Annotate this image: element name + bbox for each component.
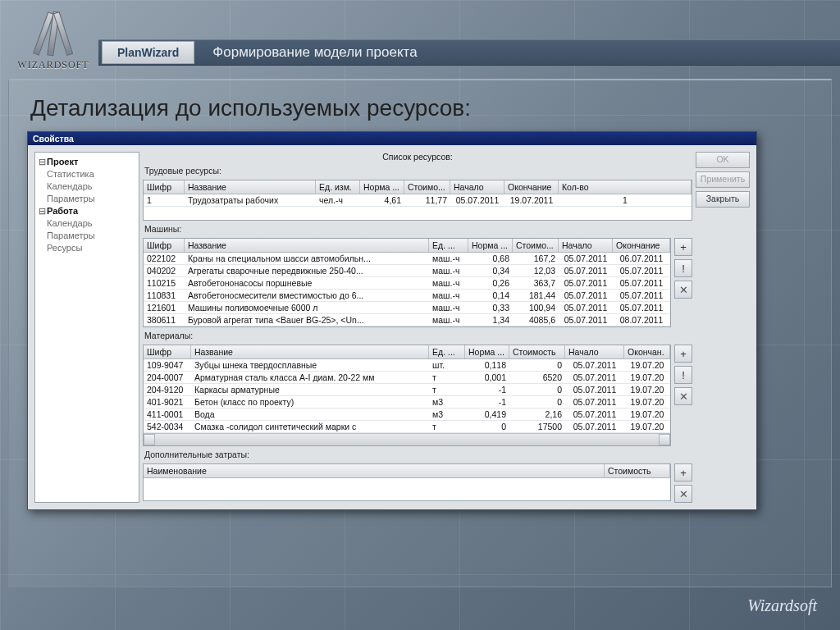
- table-cell: 17500: [509, 421, 565, 432]
- table-cell: маш.-ч: [429, 277, 468, 289]
- tree-item-work[interactable]: ⊟Работа Календарь Параметры Ресурсы: [39, 205, 137, 254]
- table-row[interactable]: 411-0001Водам30,4192,1605.07.201119.07.2…: [144, 409, 670, 421]
- column-header[interactable]: Окончание: [613, 239, 670, 252]
- machines-label: Машины:: [143, 224, 692, 235]
- tree-item-w-resources[interactable]: Ресурсы: [47, 242, 137, 254]
- table-cell: маш.-ч: [429, 314, 468, 326]
- column-header[interactable]: Начало: [565, 345, 624, 358]
- column-header[interactable]: Название: [185, 180, 316, 194]
- table-cell: 204-9120: [144, 384, 191, 395]
- table-cell: маш.-ч: [429, 253, 468, 264]
- table-row[interactable]: 204-9120Каркасы арматурныет-1005.07.2011…: [144, 384, 670, 396]
- column-header[interactable]: Название: [191, 345, 429, 358]
- table-row[interactable]: 022102Краны на специальном шасси автомоб…: [144, 253, 670, 265]
- column-header[interactable]: Начало: [450, 180, 504, 194]
- tree-item-w-calendar[interactable]: Календарь: [47, 217, 137, 230]
- column-header[interactable]: Шифр: [144, 345, 191, 358]
- table-cell: 19.07.20: [624, 359, 670, 371]
- table-cell: 05.07.2011: [565, 372, 624, 383]
- table-cell: 05.07.2011: [450, 194, 504, 206]
- table-cell: 0,14: [468, 290, 513, 301]
- table-cell: м3: [429, 409, 465, 420]
- column-header[interactable]: Стоимость: [509, 345, 565, 358]
- additional-grid[interactable]: НаименованиеСтоимость: [143, 463, 671, 501]
- column-header[interactable]: Наименование: [144, 464, 605, 477]
- table-row[interactable]: 542-0034Смазка -солидол синтетический ма…: [144, 421, 670, 433]
- table-cell: чел.-ч: [316, 194, 360, 206]
- column-header[interactable]: Ед. ...: [429, 239, 468, 252]
- table-cell: 05.07.2011: [565, 396, 624, 408]
- table-row[interactable]: 121601Машины поливомоечные 6000 лмаш.-ч0…: [144, 302, 670, 314]
- table-cell: 0,26: [468, 277, 513, 289]
- materials-delete-button[interactable]: ✕: [674, 387, 692, 405]
- machines-add-button[interactable]: +: [674, 238, 692, 256]
- apply-button[interactable]: Применить: [696, 171, 750, 188]
- table-cell: Краны на специальном шасси автомобильн..…: [185, 253, 429, 264]
- column-header[interactable]: Стоимо...: [404, 180, 450, 194]
- nav-tree[interactable]: ⊟Проект Статистика Календарь Параметры ⊟…: [34, 152, 139, 503]
- table-cell: 0,001: [465, 372, 509, 383]
- column-header[interactable]: Кол-во: [559, 180, 692, 194]
- table-row[interactable]: 109-9047Зубцы шнека твердосплавныешт.0,1…: [144, 359, 670, 372]
- column-header[interactable]: Ед. ...: [429, 345, 465, 358]
- materials-scrollbar[interactable]: [144, 433, 670, 445]
- table-cell: Смазка -солидол синтетический марки с: [191, 421, 429, 432]
- tree-item-project[interactable]: ⊟Проект Статистика Календарь Параметры: [39, 156, 137, 205]
- dialog-buttons: OK Применить Закрыть: [696, 152, 750, 503]
- table-cell: 1,34: [468, 314, 513, 326]
- additional-label: Дополнительные затраты:: [143, 450, 692, 460]
- column-header[interactable]: Окончание: [504, 180, 559, 194]
- additional-delete-button[interactable]: ✕: [674, 485, 692, 503]
- table-cell: 11,77: [404, 194, 450, 206]
- additional-add-button[interactable]: +: [674, 463, 692, 482]
- column-header[interactable]: Шифр: [144, 180, 185, 194]
- materials-add-button[interactable]: +: [674, 345, 692, 363]
- table-cell: маш.-ч: [429, 290, 468, 301]
- materials-grid[interactable]: ШифрНазваниеЕд. ...Норма ...СтоимостьНач…: [143, 345, 671, 446]
- table-cell: 0: [509, 359, 565, 371]
- column-header[interactable]: Шифр: [144, 239, 185, 252]
- column-header[interactable]: Стоимость: [605, 464, 670, 477]
- machines-info-button[interactable]: !: [674, 259, 692, 277]
- tree-item-calendar[interactable]: Календарь: [47, 180, 137, 193]
- table-cell: 08.07.2011: [613, 314, 670, 326]
- table-cell: 19.07.20: [624, 396, 670, 408]
- table-cell: 6520: [509, 372, 565, 383]
- column-header[interactable]: Окончан.: [624, 345, 670, 358]
- app-name-badge: PlanWizard: [102, 41, 194, 64]
- table-cell: 0,33: [468, 302, 513, 313]
- tree-item-stat[interactable]: Статистика: [47, 168, 137, 180]
- labor-grid[interactable]: ШифрНазваниеЕд. изм.Норма ...Стоимо...На…: [143, 180, 692, 221]
- table-cell: 19.07.20: [624, 372, 670, 383]
- tree-item-params[interactable]: Параметры: [47, 193, 137, 205]
- table-cell: 05.07.2011: [559, 314, 613, 326]
- table-cell: 05.07.2011: [565, 384, 624, 395]
- column-header[interactable]: Норма ...: [360, 180, 404, 194]
- table-cell: Бетон (класс по проекту): [191, 396, 429, 408]
- table-cell: 1: [559, 194, 692, 206]
- machines-grid[interactable]: ШифрНазваниеЕд. ...Норма ...Стоимо...Нач…: [143, 238, 671, 327]
- column-header[interactable]: Ед. изм.: [316, 180, 360, 194]
- table-row[interactable]: 204-0007Арматурная сталь класса A-I диам…: [144, 372, 670, 384]
- main-area: Список ресурсов: Трудовые ресурсы: ШифрН…: [143, 152, 692, 503]
- machines-delete-button[interactable]: ✕: [674, 281, 692, 299]
- table-row[interactable]: 110831Автобетоносмесители вместимостью д…: [144, 290, 670, 302]
- column-header[interactable]: Норма ...: [465, 345, 509, 358]
- tree-item-w-params[interactable]: Параметры: [47, 230, 137, 242]
- column-header[interactable]: Название: [185, 239, 429, 252]
- ok-button[interactable]: OK: [696, 152, 750, 168]
- close-button[interactable]: Закрыть: [696, 191, 750, 208]
- materials-info-button[interactable]: !: [674, 366, 692, 384]
- table-row[interactable]: 040202Агрегаты сварочные передвижные 250…: [144, 265, 670, 277]
- column-header[interactable]: Норма ...: [468, 239, 513, 252]
- table-row[interactable]: 110215Автобетононасосы поршневыемаш.-ч0,…: [144, 277, 670, 290]
- column-header[interactable]: Начало: [559, 239, 613, 252]
- table-cell: Буровой агрегат типа <Bauer BG-25>, <Un.…: [185, 314, 429, 326]
- table-cell: 380611: [144, 314, 185, 326]
- column-header[interactable]: Стоимо...: [513, 239, 559, 252]
- table-row[interactable]: 401-9021Бетон (класс по проекту)м3-1005.…: [144, 396, 670, 409]
- table-cell: 05.07.2011: [559, 265, 613, 276]
- table-row[interactable]: 1Трудозатраты рабочихчел.-ч4,6111,7705.0…: [144, 194, 692, 207]
- table-cell: Машины поливомоечные 6000 л: [185, 302, 429, 313]
- table-row[interactable]: 380611Буровой агрегат типа <Bauer BG-25>…: [144, 314, 670, 326]
